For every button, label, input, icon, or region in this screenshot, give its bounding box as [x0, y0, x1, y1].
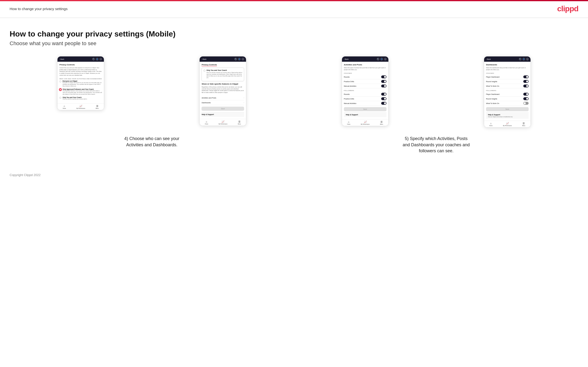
popup-desc: Only you and the coaches you connect wit… — [206, 72, 242, 79]
radio-everyone[interactable] — [59, 80, 61, 82]
follower-round-insights-toggle[interactable] — [523, 97, 529, 100]
nav-my-performance[interactable]: 📈 My Performance — [361, 121, 370, 125]
coach-drills-toggle[interactable] — [381, 80, 387, 83]
screen2-back-btn[interactable]: ‹ Back — [201, 58, 206, 60]
settings-icon[interactable]: ⚙ — [526, 58, 529, 60]
chart-icon: 📈 — [506, 122, 509, 125]
screen1-desc: Control how you and your data appears to… — [59, 67, 102, 76]
nav-menu[interactable]: ☰ Menu — [522, 122, 526, 126]
screen3-help: Help & Support — [344, 112, 387, 117]
popup-radio[interactable] — [203, 70, 205, 72]
home-icon: ⌂ — [206, 120, 207, 123]
follower-work-on-label: What To Work On — [486, 103, 499, 104]
nav-home[interactable]: ⌂ Home — [63, 105, 66, 109]
search-icon[interactable]: 🔍 — [519, 58, 521, 60]
settings-icon[interactable]: ⚙ — [384, 58, 387, 60]
follower-player-dash-toggle[interactable] — [523, 93, 529, 96]
menu-icon: ☰ — [96, 105, 98, 107]
coach-round-insights-row: Round Insights — [486, 79, 529, 84]
screen4-save-btn[interactable]: Save — [486, 107, 529, 111]
follower-rounds-label: Rounds — [344, 93, 350, 95]
home-icon: ⌂ — [348, 121, 349, 123]
nav-home[interactable]: ⌂ Home — [489, 122, 493, 126]
page-subheading: Choose what you want people to see — [10, 40, 578, 47]
screen1-header-icons: 🔍 👤 ⚙ — [92, 58, 102, 60]
screen3-save-btn[interactable]: Save — [344, 107, 387, 111]
settings-icon[interactable]: ⚙ — [242, 58, 244, 60]
coach-round-insights-toggle[interactable] — [523, 80, 529, 83]
screen4-help: Help & Support Visit our Clippd communit… — [486, 112, 529, 119]
screen3-bottom-nav: ⌂ Home 📈 My Performance ☰ Menu — [342, 119, 388, 126]
coach-work-on-row: What To Work On — [486, 84, 529, 88]
coach-player-dash-toggle[interactable] — [523, 75, 529, 78]
nav-home[interactable]: ⌂ Home — [347, 121, 350, 125]
menu-icon: ☰ — [380, 121, 383, 123]
nav-my-performance[interactable]: 📈 My Performance — [503, 122, 512, 126]
option-everyone[interactable]: Everyone on Clippd Everyone on Clippd ca… — [59, 80, 102, 87]
profile-icon[interactable]: 👤 — [523, 58, 525, 60]
option-everyone-desc: Everyone on Clippd can search for you an… — [62, 82, 102, 87]
coach-manual-toggle[interactable] — [381, 84, 387, 87]
coach-rounds-row: Rounds — [344, 75, 387, 79]
option-coach-only-desc: Only you and the coaches you connect wit… — [62, 98, 87, 100]
follower-work-on-row: What To Work On — [486, 101, 529, 106]
main-content: How to change your privacy settings (Mob… — [0, 18, 588, 164]
follower-rounds-row: Rounds — [344, 92, 387, 97]
radio-approved[interactable] — [59, 89, 61, 91]
profile-icon[interactable]: 👤 — [238, 58, 241, 60]
screen1-section-title: Privacy Controls — [59, 64, 102, 66]
nav-menu[interactable]: ☰ Menu — [96, 105, 99, 109]
screen4-back-btn[interactable]: ‹ Back — [486, 58, 491, 60]
screen3-desc: Select the types of activity that you'd … — [344, 67, 387, 71]
screen3-header: ‹ Back 🔍 👤 ⚙ — [342, 57, 388, 62]
search-icon[interactable]: 🔍 — [234, 58, 237, 60]
coach-rounds-toggle[interactable] — [381, 75, 387, 78]
nav-menu[interactable]: ☰ Menu — [380, 121, 383, 125]
screen4-mockup: ‹ Back 🔍 👤 ⚙ Dashboards Select the dashb… — [484, 56, 531, 127]
footer: Copyright Clippd 2022 — [0, 168, 588, 182]
radio-coach-only[interactable] — [59, 97, 61, 99]
search-icon[interactable]: 🔍 — [92, 58, 95, 60]
screen3-back-btn[interactable]: ‹ Back — [344, 58, 349, 60]
follower-round-insights-row: Round Insights — [486, 97, 529, 101]
follower-drills-toggle[interactable] — [381, 97, 387, 100]
settings-icon[interactable]: ⚙ — [100, 58, 102, 60]
nav-my-performance[interactable]: 📈 My Performance — [77, 105, 85, 109]
follower-drills-row: Practice Drills — [344, 97, 387, 101]
option-approved[interactable]: Only Approved Followers and Your Coach O… — [59, 88, 102, 95]
help-title: Help & Support — [201, 114, 244, 115]
follower-drills-label: Practice Drills — [344, 98, 354, 100]
coach-work-on-toggle[interactable] — [523, 84, 529, 87]
dashboards-nav[interactable]: Dashboards › — [201, 100, 244, 105]
screen2-tab[interactable]: Privacy Controls — [201, 64, 217, 66]
coach-drills-row: Practice Drills — [344, 79, 387, 84]
follower-player-dash-row: Player Dashboard — [486, 92, 529, 97]
coach-rounds-label: Rounds — [344, 76, 350, 78]
profile-icon[interactable]: 👤 — [380, 58, 383, 60]
screen2-bottom-nav: ⌂ Home 📈 My Performance ☰ Menu — [200, 119, 246, 126]
nav-menu[interactable]: ☰ Menu — [238, 120, 241, 125]
follower-rounds-toggle[interactable] — [381, 93, 387, 96]
nav-home[interactable]: ⌂ Home — [205, 120, 208, 125]
screen4-group: ‹ Back 🔍 👤 ⚙ Dashboards Select the dashb… — [436, 56, 578, 127]
screen1-back-btn[interactable]: ‹ Back — [59, 58, 64, 60]
nav-my-performance[interactable]: 📈 My Performance — [219, 120, 227, 125]
help-title: Help & Support — [346, 114, 385, 116]
chart-icon: 📈 — [364, 121, 367, 123]
home-icon: ⌂ — [490, 122, 492, 125]
menu-icon: ☰ — [523, 122, 525, 125]
screen4-header-icons: 🔍 👤 ⚙ — [519, 58, 529, 60]
chevron-right-icon: › — [244, 97, 244, 99]
follower-manual-toggle[interactable] — [381, 102, 387, 105]
activities-posts-nav[interactable]: Activities and Posts › — [201, 96, 244, 100]
screen2-save-btn[interactable]: Save — [201, 107, 244, 111]
help-desc: Visit our Clippd community to troublesho… — [488, 116, 527, 117]
search-icon[interactable]: 🔍 — [377, 58, 379, 60]
screen4-body: Dashboards Select the dashboards that yo… — [484, 62, 530, 121]
follower-work-on-toggle[interactable] — [523, 102, 529, 105]
profile-icon[interactable]: 👤 — [96, 58, 98, 60]
option-coach-only[interactable]: Only You and Your Coach Only you and the… — [59, 97, 102, 100]
follower-round-insights-label: Round Insights — [486, 98, 497, 100]
mockups-row: ‹ Back 🔍 👤 ⚙ Privacy Controls Control ho… — [10, 56, 578, 127]
coach-player-dash-row: Player Dashboard — [486, 75, 529, 79]
